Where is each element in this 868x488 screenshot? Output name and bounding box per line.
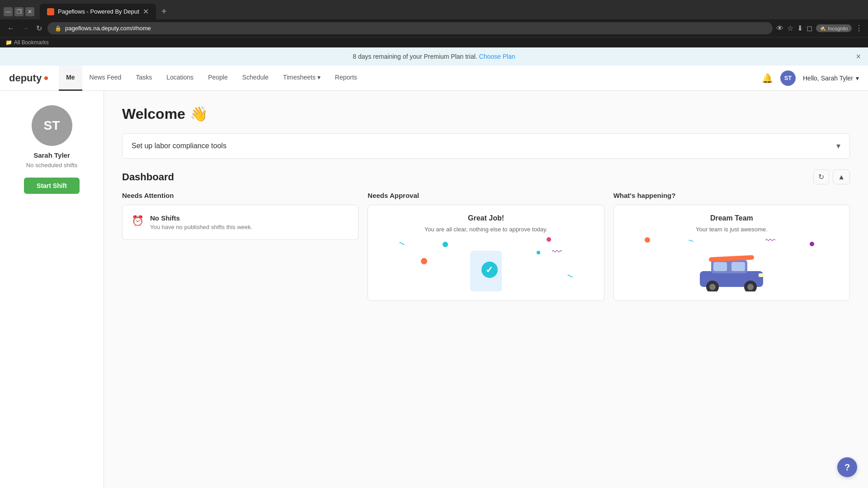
deco-circle-1 xyxy=(443,242,448,247)
bookmark-star-icon[interactable]: ☆ xyxy=(787,24,793,33)
deco-purple-car xyxy=(810,242,814,246)
nav-item-timesheets[interactable]: Timesheets ▾ xyxy=(276,66,328,91)
help-button[interactable]: ? xyxy=(837,457,857,477)
dashboard-title: Dashboard xyxy=(122,171,174,183)
main-content: Welcome 👋 Set up labor compliance tools … xyxy=(104,91,868,488)
bookmarks-folder-icon: 📁 xyxy=(5,39,12,46)
svg-rect-2 xyxy=(713,262,727,271)
incognito-badge: 🕵 Incognito xyxy=(816,24,852,32)
squiggle-2: ~ xyxy=(565,269,575,283)
squiggle-car-1: ~ xyxy=(687,235,695,247)
svg-rect-9 xyxy=(759,273,764,277)
logo-dot xyxy=(44,76,48,80)
hello-user-dropdown[interactable]: Hello, Sarah Tyler ▾ xyxy=(803,75,859,82)
dashboard-controls: ↻ ▲ xyxy=(813,169,850,184)
no-shifts-card: ⏰ No Shifts You have no published shifts… xyxy=(122,205,359,240)
logo-text: deputy xyxy=(9,72,42,84)
compliance-chevron-icon[interactable]: ▾ xyxy=(836,141,840,151)
whats-happening-title: What's happening? xyxy=(613,192,850,199)
bookmarks-label: All Bookmarks xyxy=(14,39,49,46)
needs-attention-column: Needs Attention ⏰ No Shifts You have no … xyxy=(122,192,359,301)
tab-favicon xyxy=(47,8,54,15)
needs-approval-column: Needs Approval Great Job! You are all cl… xyxy=(368,192,604,301)
no-shifts-card-desc: You have no published shifts this week. xyxy=(150,224,252,230)
window-restore-btn[interactable]: ❐ xyxy=(14,7,24,16)
dream-team-card-desc: Your team is just awesome. xyxy=(623,226,840,233)
sidebar-avatar: ST xyxy=(32,105,72,146)
refresh-button[interactable]: ↻ xyxy=(34,22,44,34)
extensions-icon[interactable]: ◻ xyxy=(807,24,812,33)
window-close-btn[interactable]: ✕ xyxy=(25,7,34,16)
deco-circle-3 xyxy=(421,258,427,264)
back-button[interactable]: ← xyxy=(5,23,16,34)
compliance-bar[interactable]: Set up labor compliance tools ▾ xyxy=(122,133,850,159)
check-circle: ✓ xyxy=(481,262,498,278)
trial-banner: 8 days remaining of your Premium Plan tr… xyxy=(0,47,868,66)
new-tab-button[interactable]: + xyxy=(158,5,170,19)
trial-banner-text: 8 days remaining of your Premium Plan tr… xyxy=(353,53,477,60)
browser-toolbar-icons: 👁 ☆ ⬇ ◻ 🕵 Incognito ⋮ xyxy=(776,24,863,33)
squiggle-1: ~ xyxy=(397,236,407,250)
browser-tab-bar: — ❐ ✕ Pageflows - Powered By Deput ✕ + xyxy=(0,0,868,19)
tab-close-icon[interactable]: ✕ xyxy=(143,7,149,16)
car-illustration: ~ 〰 xyxy=(623,233,840,291)
forward-button[interactable]: → xyxy=(20,23,31,34)
nav-item-locations[interactable]: Locations xyxy=(159,66,201,91)
squiggle-3: 〰 xyxy=(552,246,562,258)
wave-emoji: 👋 xyxy=(190,105,208,122)
nav-item-people[interactable]: People xyxy=(201,66,235,91)
main-nav: deputy Me News Feed Tasks Locations Peop… xyxy=(0,66,868,91)
main-layout: ST Sarah Tyler No scheduled shifts Start… xyxy=(0,91,868,488)
tab-title: Pageflows - Powered By Deput xyxy=(58,8,139,15)
nav-items: Me News Feed Tasks Locations People Sche… xyxy=(59,66,762,91)
bookmarks-folder[interactable]: 📁 All Bookmarks xyxy=(5,39,49,46)
active-tab[interactable]: Pageflows - Powered By Deput ✕ xyxy=(40,4,156,19)
window-minimize-btn[interactable]: — xyxy=(4,7,13,16)
dashboard-grid: Needs Attention ⏰ No Shifts You have no … xyxy=(122,192,850,301)
squiggle-car-2: 〰 xyxy=(765,235,775,247)
car-svg xyxy=(695,246,768,291)
browser-chrome: — ❐ ✕ Pageflows - Powered By Deput ✕ + ←… xyxy=(0,0,868,47)
compliance-title: Set up labor compliance tools xyxy=(132,142,226,150)
welcome-title: Welcome 👋 xyxy=(122,105,850,122)
address-bar[interactable]: 🔒 pageflows.na.deputy.com/#home xyxy=(47,22,773,34)
dream-team-card: Dream Team Your team is just awesome. ~ … xyxy=(613,205,850,301)
app-container: 8 days remaining of your Premium Plan tr… xyxy=(0,47,868,488)
incognito-icon: 🕵 xyxy=(820,25,826,31)
menu-icon[interactable]: ⋮ xyxy=(855,24,863,33)
bookmarks-bar: 📁 All Bookmarks xyxy=(0,37,868,47)
choose-plan-link[interactable]: Choose Plan xyxy=(479,53,515,60)
deco-circle-4 xyxy=(547,237,551,242)
dashboard-refresh-button[interactable]: ↻ xyxy=(813,169,829,184)
nav-item-tasks[interactable]: Tasks xyxy=(128,66,159,91)
start-shift-button[interactable]: Start Shift xyxy=(24,178,80,194)
clock-icon: ⏰ xyxy=(132,215,144,227)
great-job-card-title: Great Job! xyxy=(377,214,594,222)
nav-item-schedule[interactable]: Schedule xyxy=(235,66,276,91)
nav-item-me[interactable]: Me xyxy=(59,66,82,91)
deco-circle-2 xyxy=(537,251,540,254)
browser-toolbar: ← → ↻ 🔒 pageflows.na.deputy.com/#home 👁 … xyxy=(0,19,868,37)
dashboard-collapse-button[interactable]: ▲ xyxy=(833,169,850,184)
nav-item-reports[interactable]: Reports xyxy=(328,66,364,91)
notifications-bell-icon[interactable]: 🔔 xyxy=(762,73,773,84)
sidebar: ST Sarah Tyler No scheduled shifts Start… xyxy=(0,91,104,488)
dashboard-header: Dashboard ↻ ▲ xyxy=(122,169,850,184)
great-job-card: Great Job! You are all clear, nothing el… xyxy=(368,205,604,301)
timesheets-label: Timesheets ▾ xyxy=(283,74,321,81)
car-svg-container xyxy=(623,246,840,291)
needs-approval-title: Needs Approval xyxy=(368,192,604,199)
whats-happening-column: What's happening? Dream Team Your team i… xyxy=(613,192,850,301)
incognito-label: Incognito xyxy=(828,26,848,31)
eye-off-icon[interactable]: 👁 xyxy=(776,24,783,33)
download-icon[interactable]: ⬇ xyxy=(797,24,803,33)
deco-orange-car xyxy=(645,237,650,243)
hello-user-text: Hello, Sarah Tyler xyxy=(803,75,853,82)
needs-attention-title: Needs Attention xyxy=(122,192,359,199)
banner-close-button[interactable]: × xyxy=(856,52,861,61)
nav-item-news-feed[interactable]: News Feed xyxy=(82,66,129,91)
user-avatar-small: ST xyxy=(780,70,796,86)
sidebar-user-status: No scheduled shifts xyxy=(26,162,77,169)
svg-rect-3 xyxy=(731,262,745,271)
address-text: pageflows.na.deputy.com/#home xyxy=(65,25,151,32)
